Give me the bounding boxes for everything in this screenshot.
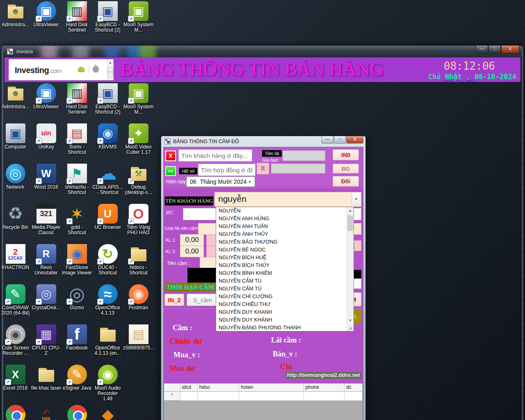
browser-scrollbar[interactable]: ▲ [107, 59, 113, 80]
desktop-icon-media-player-classic[interactable]: 321Media Player Classic [31, 204, 62, 243]
desktop-icon-crystaldisk[interactable]: ◎↗CrystalDisk... [31, 284, 62, 324]
apple-icon[interactable] [93, 66, 99, 73]
android-icon[interactable] [78, 67, 84, 72]
contract-search-input[interactable] [198, 164, 256, 176]
dropdown-scrollbar[interactable]: ▲ ▼ [347, 207, 354, 331]
desktop-icon-kbivms[interactable]: ◉↗KBiVMS [92, 123, 123, 163]
desktop-icon-htdocs-folder[interactable]: ↗htdocs - Shortcut [123, 244, 154, 283]
column-header-phone[interactable]: phone [304, 383, 345, 392]
column-header-idcd[interactable]: idcd [180, 383, 198, 392]
desktop-icon-z-image-file[interactable]: ▤z589890975... [123, 324, 154, 364]
scroll-up-icon[interactable]: ▲ [347, 207, 354, 214]
desktop-icon-computer[interactable]: ▣Computer [0, 123, 31, 163]
desktop-icon-file-khac-laser-folder[interactable]: file khac laser [31, 365, 62, 404]
desktop-icon-easybcd[interactable]: ▣↗EasyBCD - Shortcut (2) [92, 1, 123, 41]
desktop-icon-administrator[interactable]: ☻Administra... [0, 83, 31, 123]
maximize-button[interactable]: □ [488, 46, 501, 53]
scrollbar-thumb[interactable] [347, 215, 353, 231]
desktop-icon-ssms[interactable]: ▤↗Ssms - Shortcut [62, 123, 92, 163]
date-day[interactable]: 06 [187, 178, 200, 185]
desktop-icon-facebook[interactable]: f↗Facebook [62, 324, 92, 364]
doi-button[interactable]: Đối [333, 176, 359, 187]
chevron-down-icon[interactable]: ▼ [248, 180, 255, 184]
s-cam-button[interactable]: S_cầm [187, 294, 219, 306]
dropdown-item[interactable]: NGUYỄN ĐẶNG PHƯƠNG THANH [216, 324, 354, 332]
dialog-maximize-button[interactable]: □ [334, 136, 346, 144]
scroll-up-icon[interactable]: ▲ [107, 59, 113, 66]
kl1-field[interactable]: 0,00 [180, 234, 204, 246]
table-cell[interactable] [198, 392, 240, 401]
resize-grip-icon[interactable]: ◢ [347, 325, 353, 331]
investing-logo[interactable]: Investing.com [15, 66, 62, 75]
dropdown-item[interactable]: NGUYỄN CHÍ CƯỜNG [216, 293, 354, 301]
desktop-icon-ultraviewer[interactable]: ▣↗UltraViewer [31, 83, 62, 123]
dropdown-item[interactable]: NGUYỄN BÌNH KHIÊM [216, 269, 354, 277]
kl2-field[interactable]: 0,00 [180, 246, 204, 257]
desktop-icon-moo0-system-monitor[interactable]: ▣↗Moo0 System M... [123, 1, 154, 41]
desktop-icon-tiem-vang-phu-hao[interactable]: O↗Tiệm Vàng PHÚ HÀO [123, 204, 154, 243]
dialog-titlebar[interactable]: BẢNG THÔNG TIN CẦM ĐỒ — □ X [163, 136, 363, 147]
clear-search-button[interactable]: X [165, 151, 176, 161]
scroll-down-icon[interactable]: ▼ [347, 317, 354, 324]
dropdown-item[interactable]: NGUYỄN [216, 207, 354, 215]
desktop-icon-revo-uninstaller[interactable]: R↗Revo Uninstaller [31, 244, 62, 283]
invoice-titlebar[interactable]: invoice — □ X [3, 46, 522, 58]
desktop-icon-gold-folder[interactable]: ✶↗gold - Shortcut [62, 204, 92, 243]
desktop-icon-esigner-java[interactable]: ✎↗eSigner Java [62, 365, 92, 404]
dropdown-item[interactable]: NGUYỄN ANH TUẤN [216, 223, 354, 231]
desktop-icon-khactron[interactable]: 2EZCADKHACTRON [0, 244, 31, 283]
customer-search-input[interactable] [178, 149, 252, 162]
desktop-icon-network[interactable]: ◎Network [0, 164, 31, 203]
dropdown-item[interactable]: NGUYỄN DUY KHÁNH [216, 316, 354, 324]
row-selector-header[interactable] [164, 383, 180, 392]
dialog-close-button[interactable]: X [346, 136, 363, 144]
desktop-icon-openoffice-folder[interactable]: OpenOffice 4.1.13 (en... [92, 324, 123, 364]
date-month[interactable]: Tháng Mười [200, 178, 232, 185]
desktop-icon-unikey[interactable]: uin↗UniKey [31, 123, 62, 163]
table-cell[interactable] [345, 392, 363, 401]
interest-field[interactable] [283, 151, 325, 161]
table-row[interactable]: * [164, 392, 363, 401]
dropdown-item[interactable]: NGUYỄN BÍCH HUỆ [216, 254, 354, 262]
records-table[interactable]: idcdhdsohotenphonedc * [164, 383, 363, 420]
desktop-icon-excel-2016[interactable]: X↗Excel 2016 [0, 365, 31, 404]
desktop-icon-word-2016[interactable]: W↗Word 2016 [31, 164, 62, 203]
desktop-icon-shimazhu[interactable]: ⚑↗shimazhu - Shortcut [62, 164, 92, 203]
desktop-icon-moo0-video-cutter[interactable]: ✦↗Moo0 Video Cutter 1.17 [123, 123, 154, 163]
desktop-icon-cpu-z[interactable]: ▦↗CPUID CPU-Z [31, 324, 62, 364]
desktop-icon-chrome[interactable] [0, 405, 31, 420]
column-header-hoten[interactable]: hoten [239, 383, 304, 392]
desktop-icon-faststone[interactable]: ◉↗FastStone Image Viewer [62, 244, 92, 283]
dropdown-item[interactable]: NGUYỄN CẨM TÚ [216, 285, 354, 293]
desktop-icon-recycle-bin[interactable]: ♻Recycle Bin [0, 204, 31, 243]
desktop-icon-cute-screen-recorder[interactable]: ◉↗Cute Screen Recorder ... [0, 324, 31, 364]
dropdown-item[interactable]: NGUYỄN ÁNH THỦY [216, 231, 354, 238]
dropdown-item[interactable]: NGUYỄN CHIÊU THƯ [216, 301, 354, 308]
desktop-icon-hard-disk-sentinel[interactable]: ▥↗Hard Disk Sentinel [62, 1, 92, 41]
desktop-icon-easybcd[interactable]: ▣↗EasyBCD - Shortcut (2) [92, 83, 123, 123]
close-button[interactable]: X [501, 46, 519, 53]
desktop-icon-debug-folder[interactable]: ⚒↗Debug (desktop-s... [123, 164, 154, 203]
desktop-icon-cdata-apis[interactable]: ☁↗CData.APIS... - Shortcut [92, 164, 123, 203]
combo-dropdown-icon[interactable]: ▼ [352, 193, 361, 206]
dropdown-item[interactable]: NGUYỄN BÍCH THỦY [216, 262, 354, 269]
scrollbar-thumb[interactable] [108, 67, 113, 77]
desktop-icon-gizmo[interactable]: ◎↗Gizmo [62, 284, 92, 324]
desktop-icon-moo0-audio-recorder[interactable]: ◉↗Moo0 Audio Recorder 1.49 [92, 365, 123, 404]
dropdown-item[interactable]: NGUYỄN CẨM TÚ [216, 277, 354, 285]
desktop-icon-ultraviewer[interactable]: ▣↗UltraViewer [31, 1, 62, 41]
dg-button[interactable]: ĐG [333, 164, 359, 173]
customer-dropdown-list[interactable]: NGUYỄNNGUYỄN ANH HÙNGNGUYỄN ANH TUẤNNGUY… [216, 207, 354, 331]
desktop-icon-chrome-2[interactable] [62, 405, 92, 420]
in0-button[interactable]: IN0 [333, 149, 359, 160]
column-header-dc[interactable]: dc [345, 383, 363, 392]
in2-button[interactable]: IN_2 [164, 294, 184, 306]
table-cell[interactable] [239, 392, 304, 401]
dropdown-item[interactable]: NGUYỄN BÉ NGỌC [216, 246, 354, 254]
desktop-icon-postman[interactable]: ◉↗Postman [123, 284, 154, 324]
desktop-icon-coreldraw[interactable]: ✎↗CorelDRAW 2020 (64-Bit) [0, 284, 31, 324]
date-picker[interactable]: 06 Tháng Mười 2024 ▼ [186, 176, 255, 187]
date-year[interactable]: 2024 [232, 178, 248, 185]
it-box[interactable]: It [257, 163, 269, 174]
column-header-hdso[interactable]: hdso [198, 383, 240, 392]
